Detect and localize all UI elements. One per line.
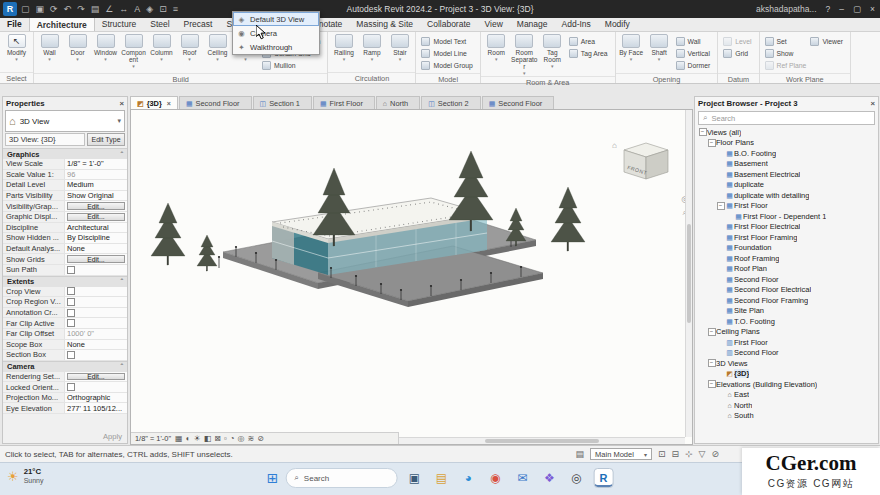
status-icon[interactable]: ▽ <box>699 449 706 459</box>
horizontal-scrollbar[interactable] <box>399 437 685 444</box>
dropdown-menu-item[interactable]: ◉ Camera <box>233 26 319 40</box>
property-row[interactable]: Section Box <box>3 350 127 361</box>
ribbon-button[interactable]: By Face <box>618 33 645 73</box>
property-row[interactable]: Crop View <box>3 287 127 298</box>
ribbon-button-small[interactable]: Viewer <box>810 36 846 47</box>
tree-item[interactable]: Basement Electrical <box>695 169 878 180</box>
view-control-icon[interactable]: ⊠ <box>214 434 221 443</box>
tree-expander[interactable] <box>707 328 716 336</box>
status-icon[interactable]: ⊟ <box>671 449 679 459</box>
close-view-icon[interactable]: × <box>167 100 171 107</box>
apply-button[interactable]: Apply <box>103 432 122 441</box>
tree-expander[interactable] <box>707 359 716 367</box>
vertical-scrollbar[interactable] <box>685 110 692 437</box>
tree-item[interactable]: Views (all) <box>695 127 878 138</box>
ribbon-button-small[interactable]: Level <box>723 36 754 47</box>
ribbon-tab[interactable]: Modify <box>598 17 637 31</box>
property-row[interactable]: Projection Mo... Orthographic <box>3 393 127 404</box>
status-icon[interactable]: ⊡ <box>658 449 666 459</box>
design-option-select[interactable]: Main Model <box>590 448 652 460</box>
section-header-camera[interactable]: Camera <box>3 361 127 372</box>
tree-item[interactable]: Second Floor Framing <box>695 295 878 306</box>
view-control-icon[interactable]: ◧ <box>204 434 212 443</box>
ribbon-button-small[interactable]: Ref Plane <box>765 60 810 71</box>
tree-expander[interactable] <box>707 139 716 147</box>
view-control-icon[interactable]: ⊘ <box>257 434 264 443</box>
worksets-icon[interactable]: ▤ <box>576 449 585 459</box>
taskbar-app-icon[interactable]: ◎ <box>566 468 586 488</box>
help-icon[interactable]: ? <box>826 4 831 14</box>
taskbar-app-icon[interactable]: ▣ <box>404 468 424 488</box>
taskbar-app-icon[interactable]: ❖ <box>539 468 559 488</box>
ribbon-button-small[interactable]: Model Group <box>421 60 475 71</box>
start-button[interactable]: ⊞ <box>267 468 279 488</box>
taskbar-app-icon[interactable]: R <box>593 468 613 488</box>
panel-label-build[interactable]: Build <box>34 73 327 84</box>
view-control-icon[interactable]: ◐ <box>186 434 191 443</box>
view-scale-control[interactable]: 1/8" = 1'-0" <box>135 434 171 443</box>
tree-item[interactable]: {3D} <box>695 369 878 380</box>
tree-item[interactable]: Basement <box>695 159 878 170</box>
taskbar-app-icon[interactable]: ✉ <box>512 468 532 488</box>
view-cube[interactable]: ⌂ FRONT <box>612 141 668 179</box>
ribbon-button[interactable]: Column <box>148 33 175 73</box>
taskbar-search[interactable]: ⌕ Search <box>285 468 397 488</box>
tree-item[interactable]: Floor Plans <box>695 138 878 149</box>
tree-item[interactable]: Second Floor Electrical <box>695 285 878 296</box>
section-header-graphics[interactable]: Graphics <box>3 148 127 159</box>
qat-icon[interactable]: ∠ <box>105 0 113 18</box>
ribbon-button[interactable]: Component <box>120 33 147 73</box>
ribbon-button[interactable]: Window <box>92 33 119 73</box>
view-tab[interactable]: Section 2 <box>421 96 480 109</box>
close-properties-icon[interactable]: × <box>119 99 124 108</box>
ribbon-tab[interactable]: Steel <box>143 17 176 31</box>
dropdown-menu-item[interactable]: ◈ Default 3D View <box>233 12 319 26</box>
panel-label-circulation[interactable]: Circulation <box>328 72 415 83</box>
tree-item[interactable]: Roof Plan <box>695 264 878 275</box>
ribbon-button-small[interactable]: Mullion <box>262 60 323 71</box>
view-control-icon[interactable]: ◎ <box>238 434 245 443</box>
ribbon-tab[interactable]: Architecture <box>29 17 95 31</box>
property-row[interactable]: Default Analys... None <box>3 244 127 255</box>
tree-item[interactable]: Ceiling Plans <box>695 327 878 338</box>
tree-item[interactable]: First Floor <box>695 201 878 212</box>
view-tab[interactable]: {3D} × <box>130 96 178 109</box>
property-row[interactable]: Sun Path <box>3 265 127 276</box>
tree-item[interactable]: First Floor Framing <box>695 232 878 243</box>
weather-widget[interactable]: ☀ 21°C Sunny <box>7 468 44 485</box>
ribbon-button[interactable]: Room Separator <box>511 33 538 76</box>
panel-label-model[interactable]: Model <box>416 73 479 84</box>
ribbon-button-small[interactable]: Model Line <box>421 48 475 59</box>
drawing-area[interactable]: ⌂ FRONT ◎ ⌕ 1/8" = 1'-0" ▦ ◐ ☀ ◧ ⊠ <box>130 109 693 445</box>
tree-item[interactable]: First Floor <box>695 337 878 348</box>
view-control-icon[interactable]: ◔ <box>230 434 235 443</box>
property-row[interactable]: Show Hidden ... By Discipline <box>3 233 127 244</box>
tree-item[interactable]: 3D Views <box>695 358 878 369</box>
property-row[interactable]: Parts Visibility Show Original <box>3 191 127 202</box>
ribbon-tab[interactable]: Structure <box>95 17 144 31</box>
ribbon-button-small[interactable]: Area <box>569 36 611 47</box>
ribbon-button-small[interactable]: Grid <box>723 48 754 59</box>
tree-item[interactable]: T.O. Footing <box>695 316 878 327</box>
instance-selector[interactable]: 3D View: {3D} <box>5 133 85 146</box>
qat-icon[interactable]: ↷ <box>77 0 85 18</box>
taskbar-app-icon[interactable]: ◕ <box>458 468 478 488</box>
view-tab[interactable]: North <box>376 96 420 109</box>
property-row[interactable]: Annotation Cr... <box>3 308 127 319</box>
tree-item[interactable]: North <box>695 400 878 411</box>
panel-label-room-area[interactable]: Room & Area <box>481 76 615 87</box>
property-row[interactable]: Show Grids Edit... <box>3 254 127 265</box>
modify-button[interactable]: ↖ Modify <box>2 33 31 72</box>
minimize-icon[interactable]: – <box>839 4 844 14</box>
ribbon-button-small[interactable]: Model Text <box>421 36 475 47</box>
edit-type-button[interactable]: Edit Type <box>87 133 125 146</box>
tree-item[interactable]: First Floor Electrical <box>695 222 878 233</box>
signed-in-user[interactable]: akshadapatha... <box>756 4 817 14</box>
tree-item[interactable]: Second Floor <box>695 348 878 359</box>
ribbon-button-small[interactable]: Show <box>765 48 810 59</box>
qat-icon[interactable]: ≡ <box>173 0 178 18</box>
view-control-icon[interactable]: ≋ <box>248 434 255 443</box>
property-row[interactable]: Rendering Set... Edit... <box>3 372 127 383</box>
ribbon-tab[interactable]: File <box>0 17 29 31</box>
tree-expander[interactable] <box>716 202 725 210</box>
